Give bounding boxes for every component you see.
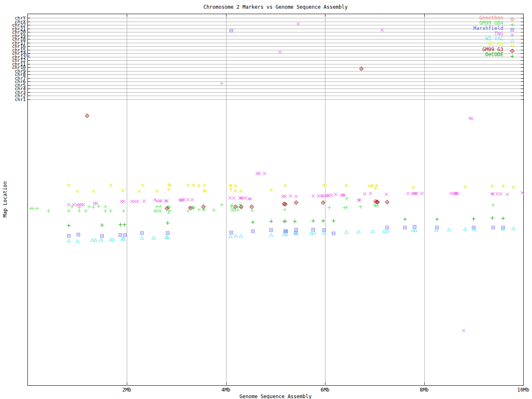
data-point-marker [269,231,273,236]
data-point-marker [498,190,503,195]
y-axis-tick-right [521,50,523,50]
chromosome-gridline [28,92,524,93]
y-axis-tick-left [28,36,30,36]
data-point-marker [293,217,297,222]
data-point-marker [140,181,145,186]
y-axis-tick-right [521,36,523,36]
data-point-marker [251,227,255,232]
data-point-marker [385,198,389,203]
data-point-marker [151,234,156,239]
data-point-marker [288,192,293,197]
data-point-marker [137,187,141,192]
x-axis-tick-bottom [325,382,325,385]
y-axis-tick-left [28,96,30,96]
chromosome-gridline [28,67,524,68]
chromosome-gridline [28,89,524,89]
data-point-marker [490,182,495,187]
data-point-marker [283,200,288,205]
y-axis-tick-right [521,25,523,25]
data-point-marker [342,191,347,196]
data-point-marker [490,214,495,219]
chromosome-gridline [28,81,524,82]
y-axis-tick-left [28,39,30,39]
legend-entry: GM99 G3 [416,47,515,52]
x-axis-tick-bottom [226,382,227,385]
legend-label: WI YAC [485,36,503,41]
data-point-marker [81,201,86,205]
data-point-marker [197,182,201,186]
y-axis-tick-left [28,25,30,25]
y-axis-tick-left [28,81,30,82]
data-point-marker [269,186,273,191]
data-point-marker [234,232,238,236]
legend-entry: WI RH [416,42,515,47]
y-axis-tick-right [521,81,523,82]
data-point-marker [284,230,288,235]
data-point-marker [501,214,505,219]
y-axis-tick-left [28,18,30,18]
data-point-marker [142,197,146,202]
y-axis-tick-right [521,89,523,89]
data-point-marker [75,237,80,242]
legend-label: DeCODE [485,52,503,57]
data-point-marker [461,327,466,331]
x-axis-tick-top [226,14,227,17]
legend-entry: Marshfield [416,25,515,31]
data-point-marker [413,226,418,231]
data-point-marker [135,197,140,202]
x-axis-tick-top [127,14,127,17]
data-point-marker [362,190,367,195]
data-point-marker [311,192,315,197]
y-axis-tick-left [28,99,30,100]
y-axis-tick-right [521,39,523,39]
y-axis-tick-left [28,22,30,22]
legend-marker-icon [510,52,515,57]
legend-marker-icon [510,31,515,36]
y-axis-tick-right [521,43,523,43]
y-axis-tick-left [28,92,30,93]
legend-label: WI RH [488,42,503,47]
y-axis-tick-right [521,71,523,71]
data-point-marker [359,65,364,69]
data-point-marker [294,199,298,203]
data-point-marker [229,27,234,31]
mb-gridline [127,14,127,385]
data-point-marker [344,182,349,186]
data-point-marker [491,224,495,228]
data-point-marker [165,197,169,202]
data-point-marker [165,234,170,238]
data-point-marker [375,198,380,203]
y-axis-tick-right [521,18,523,18]
data-point-marker [77,207,81,212]
chromosome-gridline [28,78,524,79]
data-point-marker [233,203,238,207]
y-axis-tick-left [28,29,30,29]
data-point-marker [331,217,336,222]
data-point-marker [108,207,113,212]
legend-label: GM99 GB4 [479,20,503,25]
data-point-marker [25,51,30,55]
y-axis-tick-right [521,57,523,57]
legend-entry: DeCODE [416,52,515,57]
data-point-marker [269,217,273,222]
legend-entry: Genethon [416,15,515,20]
y-axis-tick-right [521,78,523,79]
data-point-marker [403,224,407,228]
data-point-marker [471,215,476,219]
data-point-marker [66,222,71,226]
data-point-marker [66,201,71,205]
chromosome-gridline [28,60,524,61]
data-point-marker [520,189,525,193]
y-axis-tick-left [28,64,30,64]
data-point-marker [257,170,261,174]
y-axis-tick-right [521,99,523,100]
y-axis-tick-right [521,32,523,32]
data-point-marker [239,203,244,207]
data-point-marker [269,226,273,231]
data-point-marker [294,229,298,234]
y-axis-tick-right [521,29,523,29]
legend-entry: GM99 GB4 [416,20,515,26]
chromosome-gridline [28,96,524,96]
data-point-marker [121,187,125,191]
data-point-marker [470,115,474,119]
